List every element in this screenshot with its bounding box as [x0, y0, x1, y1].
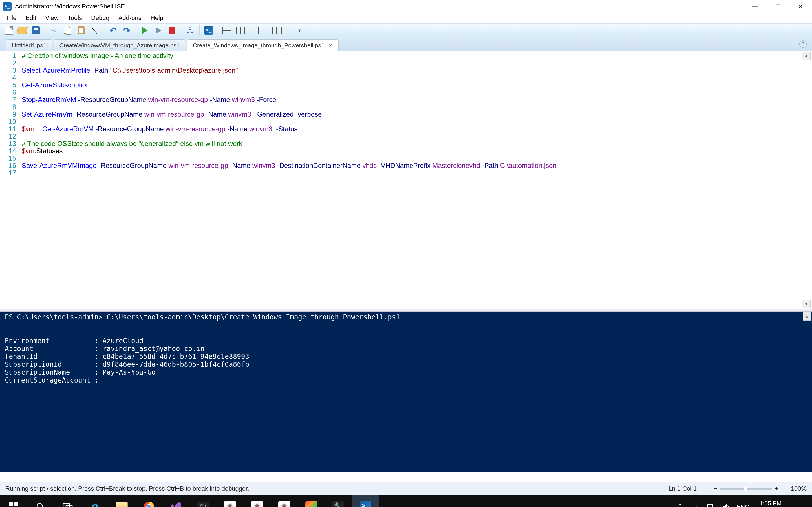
- code-line[interactable]: [22, 155, 812, 162]
- show-command-window-button[interactable]: [280, 25, 292, 36]
- menu-debug[interactable]: Debug: [87, 13, 114, 23]
- undo-button[interactable]: ↶: [107, 25, 119, 36]
- cut-button[interactable]: ✂: [49, 25, 60, 36]
- code-line[interactable]: Get-AzureSubscription: [22, 81, 812, 89]
- show-command-addon-button[interactable]: [267, 25, 278, 36]
- code-line[interactable]: Stop-AzureRmVM -ResourceGroupName win-vm…: [22, 96, 812, 103]
- code-line[interactable]: [22, 59, 812, 67]
- code-line[interactable]: # Creation of windows Image - An one tim…: [22, 52, 812, 59]
- show-script-top-button[interactable]: [221, 25, 233, 36]
- code-line[interactable]: [22, 74, 812, 81]
- code-line[interactable]: [22, 169, 812, 177]
- script-tab[interactable]: Create_Windows_Image_through_Powershell.…: [187, 40, 339, 51]
- tray-volume-icon[interactable]: [721, 502, 730, 507]
- tab-close-button[interactable]: ✕: [328, 42, 333, 48]
- start-button[interactable]: [0, 495, 27, 507]
- run-selection-button[interactable]: [153, 25, 164, 36]
- tray-network-blocked-icon[interactable]: [706, 502, 715, 507]
- toolbar-overflow-button[interactable]: ▾: [294, 25, 305, 36]
- svg-point-4: [37, 503, 42, 507]
- redo-button[interactable]: ↷: [121, 25, 132, 36]
- menu-addons[interactable]: Add-ons: [114, 13, 146, 23]
- zoom-in-icon[interactable]: +: [775, 485, 778, 492]
- zoom-out-icon[interactable]: −: [714, 485, 717, 492]
- powershell-app-icon: ≥_: [3, 2, 11, 11]
- taskbar-cmd[interactable]: C:\: [190, 495, 216, 507]
- taskbar[interactable]: e C:\ ☕ ☕ ☕ 🔧 ≥_ ˄ ☁ ENG 1:05 PM 5/1/201…: [0, 495, 812, 507]
- taskbar-java-1[interactable]: ☕: [216, 495, 244, 507]
- code-line[interactable]: [22, 103, 812, 111]
- menu-file[interactable]: File: [2, 13, 21, 23]
- svg-rect-1: [14, 502, 18, 506]
- script-tab-strip: Untitled1.ps1CreateWindowsVM_through_Azu…: [0, 38, 812, 51]
- tab-label: Create_Windows_Image_through_Powershell.…: [193, 42, 324, 49]
- workspace: Untitled1.ps1CreateWindowsVM_through_Azu…: [0, 38, 812, 472]
- code-line[interactable]: [22, 89, 812, 96]
- code-line[interactable]: Save-AzureRmVMImage -ResourceGroupName w…: [22, 162, 812, 169]
- console-scroll-up-button[interactable]: ▲: [803, 312, 811, 321]
- tray-clock[interactable]: 1:05 PM 5/1/2017: [756, 500, 784, 507]
- search-button[interactable]: [27, 495, 54, 507]
- menu-help[interactable]: Help: [146, 13, 168, 23]
- console-pane[interactable]: PS C:\Users\tools-admin> C:\Users\tools-…: [0, 312, 812, 472]
- show-desktop-button[interactable]: [806, 495, 809, 507]
- code-line[interactable]: $vm = Get-AzureRmVM -ResourceGroupName w…: [22, 125, 812, 133]
- scroll-down-button[interactable]: ▼: [802, 300, 811, 308]
- svg-rect-0: [9, 502, 13, 506]
- maximize-button[interactable]: ▢: [767, 0, 789, 13]
- taskbar-java-2[interactable]: ☕: [244, 495, 271, 507]
- collapse-script-pane-button[interactable]: ⌃: [799, 40, 807, 48]
- paste-button[interactable]: [75, 25, 87, 36]
- tray-chevron-up-icon[interactable]: ˄: [676, 502, 685, 507]
- show-script-right-button[interactable]: [235, 25, 246, 36]
- taskbar-ie[interactable]: e: [81, 495, 108, 507]
- pane-splitter[interactable]: [0, 309, 812, 312]
- show-script-max-button[interactable]: [248, 25, 260, 36]
- save-button[interactable]: [30, 25, 42, 36]
- minimize-button[interactable]: —: [744, 0, 767, 13]
- zoom-slider[interactable]: − +: [714, 485, 778, 492]
- stop-button[interactable]: [166, 25, 177, 36]
- tray-onedrive-icon[interactable]: ☁: [691, 502, 700, 507]
- clear-button[interactable]: ＼: [89, 25, 100, 36]
- menu-tools[interactable]: Tools: [63, 13, 87, 23]
- code-line[interactable]: $vm.Statuses: [22, 147, 812, 155]
- run-script-button[interactable]: [139, 25, 151, 36]
- script-tab[interactable]: CreateWindowsVM_through_AzureImage.ps1: [54, 40, 186, 51]
- new-remote-tab-button[interactable]: 🖧: [185, 25, 196, 36]
- task-view-button[interactable]: [54, 495, 81, 507]
- taskbar-app-2[interactable]: 🔧: [325, 495, 352, 507]
- new-button[interactable]: [3, 25, 14, 36]
- script-editor[interactable]: 1234567891011121314151617 # Creation of …: [0, 51, 812, 309]
- taskbar-chrome[interactable]: [135, 495, 162, 507]
- cursor-position: Ln 1 Col 1: [668, 485, 714, 492]
- menu-edit[interactable]: Edit: [21, 13, 41, 23]
- code-line[interactable]: # The code OSState should always be "gen…: [22, 140, 812, 147]
- code-line[interactable]: [22, 118, 812, 125]
- close-button[interactable]: ✕: [789, 0, 812, 13]
- script-tab[interactable]: Untitled1.ps1: [6, 40, 52, 51]
- tray-language[interactable]: ENG: [737, 503, 750, 507]
- zoom-track[interactable]: [720, 488, 772, 490]
- code-line[interactable]: [22, 133, 812, 140]
- scroll-up-button[interactable]: ▲: [802, 52, 811, 60]
- window-controls: — ▢ ✕: [744, 0, 812, 13]
- menu-view[interactable]: View: [41, 13, 63, 23]
- taskbar-app-1[interactable]: [298, 495, 325, 507]
- taskbar-powershell-ise[interactable]: ≥_: [352, 495, 379, 507]
- code-line[interactable]: Set-AzureRmVm -ResourceGroupName win-vm-…: [22, 111, 812, 118]
- copy-button[interactable]: [62, 25, 73, 36]
- code-line[interactable]: Select-AzureRmProfile -Path "C:\Users\to…: [22, 67, 812, 74]
- zoom-level: 100%: [778, 485, 807, 492]
- title-bar[interactable]: ≥_ Administrator: Windows PowerShell ISE…: [0, 0, 812, 13]
- taskbar-visualstudio[interactable]: [162, 495, 190, 507]
- toolbar-separator: [181, 25, 181, 36]
- start-powershell-button[interactable]: ≥_: [203, 25, 214, 36]
- status-bar: Running script / selection. Press Ctrl+B…: [0, 482, 812, 495]
- taskbar-explorer[interactable]: [108, 495, 135, 507]
- tray-notifications-icon[interactable]: [791, 502, 800, 507]
- open-button[interactable]: [17, 25, 28, 36]
- zoom-thumb[interactable]: [744, 486, 748, 492]
- code-area[interactable]: # Creation of windows Image - An one tim…: [20, 51, 812, 309]
- taskbar-java-3[interactable]: ☕: [271, 495, 298, 507]
